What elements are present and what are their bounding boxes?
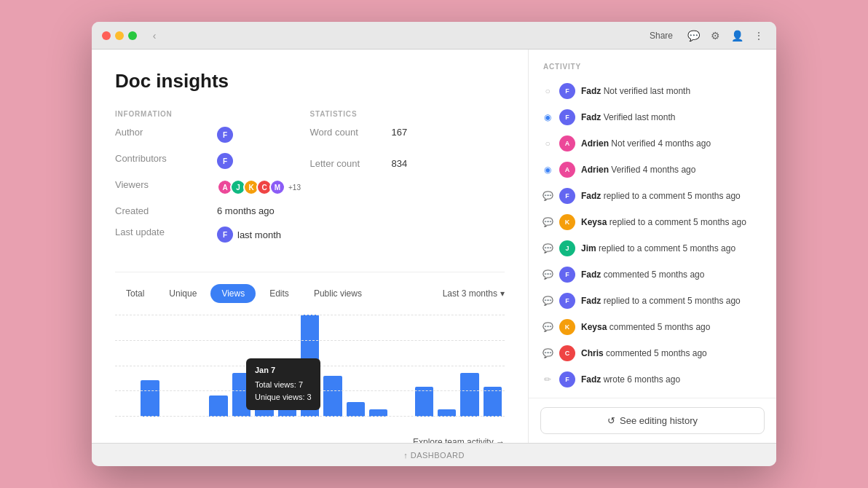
pencil-icon-12: ✏ xyxy=(542,374,553,385)
page-title: Doc insights xyxy=(115,70,505,93)
activity-text-1: Fadz Not verified last month xyxy=(581,85,690,98)
activity-item-1: ○ F Fadz Not verified last month xyxy=(537,78,768,104)
bottom-bar: ↑ DASHBOARD xyxy=(92,443,776,466)
viewers-avatars: A J K C M +13 xyxy=(217,179,301,195)
bar-8 xyxy=(278,380,296,417)
activity-item-2: ◉ F Fadz Verified last month xyxy=(537,104,768,130)
period-label: Last 3 months xyxy=(443,288,497,299)
activity-text-12: Fadz wrote 6 months ago xyxy=(581,374,680,386)
comment-icon-7: 💬 xyxy=(542,243,553,254)
maximize-button[interactable] xyxy=(128,31,137,40)
bar-10 xyxy=(323,376,342,417)
window-content: Doc insights INFORMATION Author F Contri… xyxy=(92,50,776,443)
word-count-item: Word count 167 xyxy=(310,127,505,138)
user-icon[interactable]: 👤 xyxy=(730,28,744,43)
author-avatar: F xyxy=(217,127,233,143)
contributor-avatar: F xyxy=(217,153,233,169)
activity-item-11: 💬 C Chris commented 5 months ago xyxy=(537,340,768,366)
activity-avatar-2: F xyxy=(559,109,575,125)
letter-count-item: Letter count 834 xyxy=(310,158,505,169)
word-count-value: 167 xyxy=(392,127,408,138)
comment-icon-6: 💬 xyxy=(542,216,553,228)
tab-public-views[interactable]: Public views xyxy=(303,284,373,303)
close-button[interactable] xyxy=(102,31,111,40)
bar-11 xyxy=(347,402,365,417)
comment-icon-11: 💬 xyxy=(542,347,553,359)
traffic-lights xyxy=(102,31,137,40)
bar-2 xyxy=(141,380,159,417)
tab-edits[interactable]: Edits xyxy=(259,284,300,303)
verified-icon-4: ◉ xyxy=(542,164,553,176)
comment-icon[interactable]: 💬 xyxy=(686,28,701,43)
bar-6 xyxy=(232,373,250,417)
comment-icon-5: 💬 xyxy=(542,190,553,202)
chart-tabs: Total Unique Views Edits Public views La… xyxy=(115,284,505,303)
activity-avatar-4: A xyxy=(559,162,575,178)
activity-list: ○ F Fadz Not verified last month ◉ F Fad… xyxy=(529,78,776,398)
last-update-text: last month xyxy=(237,229,281,240)
activity-text-7: Jim replied to a comment 5 months ago xyxy=(581,243,735,255)
more-icon[interactable]: ⋮ xyxy=(751,28,766,43)
word-count-label: Word count xyxy=(310,127,383,138)
activity-text-8: Fadz commented 5 months ago xyxy=(581,269,704,281)
activity-avatar-11: C xyxy=(559,345,575,361)
bar-15 xyxy=(438,409,456,417)
activity-item-4: ◉ A Adrien Verified 4 months ago xyxy=(537,157,768,183)
activity-item-7: 💬 J Jim replied to a comment 5 months ag… xyxy=(537,235,768,261)
activity-avatar-10: K xyxy=(559,319,575,335)
tab-unique[interactable]: Unique xyxy=(158,284,208,303)
explore-link-container: Explore team activity → xyxy=(115,437,505,443)
activity-item-10: 💬 K Keysa commented 5 months ago xyxy=(537,314,768,340)
author-label: Author xyxy=(115,127,217,143)
activity-text-11: Chris commented 5 months ago xyxy=(581,347,707,360)
viewers-value: A J K C M +13 xyxy=(217,179,310,195)
not-verified-icon-1: ○ xyxy=(542,85,553,97)
last-update-value: F last month xyxy=(217,227,310,243)
activity-text-4: Adrien Verified 4 months ago xyxy=(581,164,695,176)
explore-team-activity-link[interactable]: Explore team activity → xyxy=(413,437,505,443)
activity-text-10: Keysa commented 5 months ago xyxy=(581,321,710,334)
activity-text-2: Fadz Verified last month xyxy=(581,111,675,124)
mac-window: ‹ Share 💬 ⚙ 👤 ⋮ Doc insights INFORMATION… xyxy=(92,22,776,466)
activity-text-6: Keysa replied to a comment 5 months ago xyxy=(581,216,746,229)
gear-icon[interactable]: ⚙ xyxy=(708,28,722,43)
comment-icon-10: 💬 xyxy=(542,321,553,333)
activity-item-13: ✏ F Fadz wrote 6 months ago xyxy=(537,393,768,398)
viewers-label: Viewers xyxy=(115,179,217,195)
viewer-avatar-5: M xyxy=(269,179,285,195)
created-label: Created xyxy=(115,205,217,216)
info-section-label: INFORMATION xyxy=(115,110,310,118)
info-column: INFORMATION Author F Contributors F View… xyxy=(115,110,310,260)
viewers-count: +13 xyxy=(288,184,301,192)
activity-text-5: Fadz replied to a comment 5 months ago xyxy=(581,190,741,202)
minimize-button[interactable] xyxy=(115,31,124,40)
bar-5 xyxy=(209,395,227,417)
not-verified-icon-3: ○ xyxy=(542,138,553,149)
see-history-label: See editing history xyxy=(620,415,698,426)
activity-avatar-9: F xyxy=(559,293,575,309)
stats-grid: Word count 167 Letter count 834 xyxy=(310,127,505,179)
author-value: F xyxy=(217,127,310,143)
tab-views[interactable]: Views xyxy=(210,284,256,303)
back-arrow[interactable]: ‹ xyxy=(147,28,162,43)
comment-icon-8: 💬 xyxy=(542,269,553,280)
period-selector[interactable]: Last 3 months ▾ xyxy=(443,288,505,299)
tab-total[interactable]: Total xyxy=(115,284,155,303)
share-button[interactable]: Share xyxy=(644,28,679,43)
titlebar: ‹ Share 💬 ⚙ 👤 ⋮ xyxy=(92,22,776,50)
last-update-label: Last update xyxy=(115,227,217,243)
bar-17 xyxy=(484,387,502,417)
dashboard-link[interactable]: ↑ DASHBOARD xyxy=(403,451,465,460)
titlebar-actions: Share 💬 ⚙ 👤 ⋮ xyxy=(644,28,766,43)
activity-text-3: Adrien Not verified 4 months ago xyxy=(581,138,711,150)
comment-icon-9: 💬 xyxy=(542,295,553,307)
contributors-label: Contributors xyxy=(115,153,217,169)
activity-avatar-3: A xyxy=(559,135,575,151)
see-editing-history-button[interactable]: ↺ See editing history xyxy=(540,407,765,434)
activity-avatar-8: F xyxy=(559,267,575,283)
nav-controls: ‹ xyxy=(147,28,162,43)
info-stats-row: INFORMATION Author F Contributors F View… xyxy=(115,110,505,260)
history-icon: ↺ xyxy=(607,415,615,426)
activity-item-8: 💬 F Fadz commented 5 months ago xyxy=(537,261,768,288)
stats-section-label: STATISTICS xyxy=(310,110,505,118)
